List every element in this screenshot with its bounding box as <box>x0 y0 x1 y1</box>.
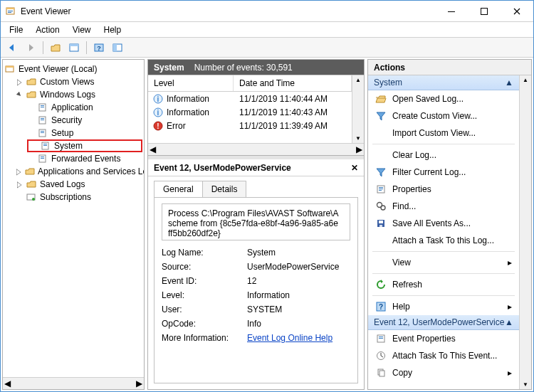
action-clear-log[interactable]: Clear Log... <box>368 147 519 164</box>
forward-button[interactable] <box>22 40 39 55</box>
svg-rect-18 <box>41 118 44 119</box>
svg-rect-15 <box>41 105 44 106</box>
collapse-icon[interactable] <box>16 92 23 97</box>
action-view[interactable]: View▸ <box>368 254 519 271</box>
action-copy[interactable]: Copy▸ <box>368 364 519 381</box>
user-label: User: <box>162 304 247 314</box>
scroll-right-icon[interactable]: ▶ <box>356 144 362 154</box>
action-help[interactable]: ?Help▸ <box>368 298 519 315</box>
expand-icon[interactable]: ▷ <box>16 179 23 189</box>
svg-rect-27 <box>41 157 44 157</box>
eventid-label: Event ID: <box>162 276 247 286</box>
menu-file[interactable]: File <box>4 23 28 36</box>
scroll-left-icon[interactable]: ◀ <box>150 144 156 154</box>
svg-rect-39 <box>379 189 383 189</box>
event-row[interactable]: !Error 11/1/2019 11:39:49 AM <box>148 119 352 132</box>
tree-forwarded[interactable]: Forwarded Events <box>27 152 142 165</box>
log-icon <box>40 141 51 151</box>
tree-saved-logs[interactable]: ▷ Saved Logs <box>16 178 142 191</box>
menu-view[interactable]: View <box>67 23 97 36</box>
folder-icon <box>26 179 37 189</box>
chevron-right-icon: ▸ <box>508 302 512 312</box>
properties-icon <box>375 333 387 344</box>
tree-security-label: Security <box>51 115 82 125</box>
tab-details[interactable]: Details <box>202 181 247 197</box>
moreinfo-link[interactable]: Event Log Online Help <box>247 333 333 343</box>
window-title: Event Viewer <box>21 6 70 16</box>
col-datetime[interactable]: Date and Time <box>234 75 352 91</box>
tree-security[interactable]: Security <box>27 114 142 127</box>
back-button[interactable] <box>4 40 21 55</box>
menu-action[interactable]: Action <box>30 23 65 36</box>
svg-rect-2 <box>8 11 13 11</box>
tree-setup[interactable]: Setup <box>27 127 142 139</box>
opcode-value: Info <box>247 319 350 329</box>
action-properties[interactable]: Properties <box>368 181 519 198</box>
tree-hscroll[interactable]: ◀ ▶ <box>3 377 144 389</box>
menu-help[interactable]: Help <box>98 23 127 36</box>
pane-button[interactable] <box>66 40 83 55</box>
action-open-saved-log[interactable]: Open Saved Log... <box>368 90 519 107</box>
tree-application[interactable]: Application <box>27 101 142 114</box>
tree-windows-logs[interactable]: Windows Logs <box>16 88 142 101</box>
moreinfo-label: More Information: <box>162 333 247 343</box>
event-row[interactable]: iInformation 11/1/2019 11:40:44 AM <box>148 92 352 105</box>
collapse-icon[interactable]: ▲ <box>505 78 513 88</box>
source-label: Source: <box>162 262 247 272</box>
separator <box>372 251 515 252</box>
separator <box>372 295 515 296</box>
actions-group-event-label: Event 12, UserModePowerService <box>374 317 504 327</box>
separator <box>372 273 515 274</box>
svg-rect-22 <box>41 132 44 133</box>
open-folder-button[interactable] <box>47 40 64 55</box>
actions-group-event[interactable]: Event 12, UserModePowerService ▲ <box>368 315 519 330</box>
log-icon <box>37 154 48 164</box>
minimize-button[interactable] <box>435 1 468 21</box>
action-save-all[interactable]: Save All Events As... <box>368 215 519 232</box>
events-pane: System Number of events: 30,591 Level Da… <box>147 59 365 390</box>
action-import-custom-view[interactable]: Import Custom View... <box>368 125 519 142</box>
action-attach-task[interactable]: Attach a Task To this Log... <box>368 232 519 249</box>
help-button[interactable]: ? <box>90 40 108 55</box>
tree-custom-views[interactable]: ▷ Custom Views <box>16 75 142 88</box>
action-filter-log[interactable]: Filter Current Log... <box>368 164 519 181</box>
event-row[interactable]: iInformation 11/1/2019 11:40:43 AM <box>148 105 352 119</box>
expand-icon[interactable]: ▷ <box>16 77 23 87</box>
collapse-icon[interactable]: ▲ <box>505 317 513 327</box>
tree-pane: Event Viewer (Local) ▷ Custom Views Wind… <box>2 59 145 390</box>
svg-rect-38 <box>379 187 383 188</box>
action-event-properties[interactable]: Event Properties <box>368 330 519 347</box>
action-attach-task-event[interactable]: Attach Task To This Event... <box>368 347 519 364</box>
scroll-left-icon[interactable]: ◀ <box>4 378 11 388</box>
expand-icon[interactable]: ▷ <box>16 166 22 176</box>
actions-vscroll[interactable]: ▲▼ <box>519 75 531 389</box>
toolbar-separator <box>86 41 87 54</box>
tree-subscriptions[interactable]: Subscriptions <box>16 191 142 203</box>
detail-close-button[interactable]: ✕ <box>351 163 358 173</box>
log-icon <box>37 115 48 125</box>
layout-button[interactable] <box>109 40 126 55</box>
tree-system[interactable]: System <box>27 139 142 152</box>
scroll-right-icon[interactable]: ▶ <box>136 378 142 388</box>
events-header: System Number of events: 30,591 <box>148 60 364 75</box>
blank-icon <box>375 127 387 139</box>
properties-icon <box>375 184 387 195</box>
maximize-button[interactable] <box>468 1 501 21</box>
chevron-right-icon: ▸ <box>508 258 512 267</box>
actions-group-system[interactable]: System ▲ <box>368 75 519 90</box>
events-vscroll[interactable]: ▲▼ <box>352 75 364 143</box>
blank-icon <box>375 149 387 161</box>
events-hscroll[interactable]: ◀ ▶ <box>148 143 364 155</box>
tab-general[interactable]: General <box>154 181 203 197</box>
tree-system-label: System <box>54 141 83 151</box>
tree-forwarded-label: Forwarded Events <box>51 154 120 164</box>
tree-apps-services[interactable]: ▷ Applications and Services Lo <box>16 165 142 178</box>
action-refresh[interactable]: Refresh <box>368 276 519 293</box>
tree-root[interactable]: Event Viewer (Local) <box>4 63 142 75</box>
save-icon <box>375 218 387 229</box>
action-create-custom-view[interactable]: Create Custom View... <box>368 107 519 125</box>
col-level[interactable]: Level <box>148 75 234 91</box>
close-button[interactable] <box>501 1 533 21</box>
action-find[interactable]: Find... <box>368 198 519 215</box>
copy-icon <box>375 367 387 378</box>
